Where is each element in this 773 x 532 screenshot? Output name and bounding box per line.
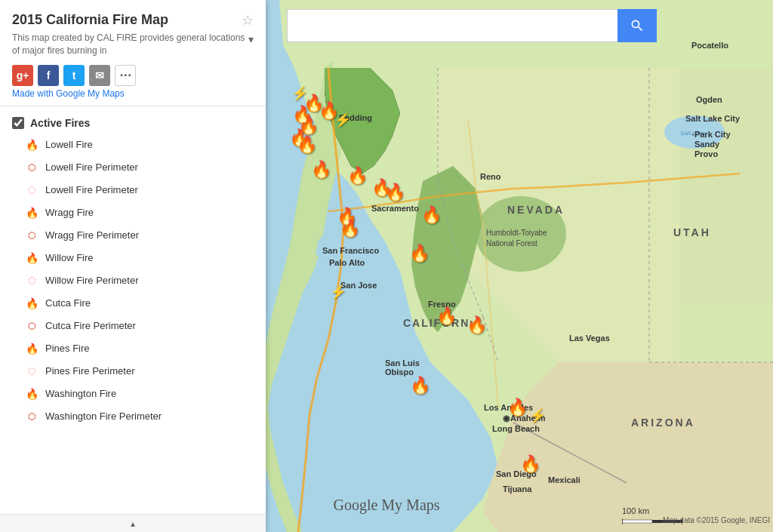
fire-name: Willow Fire (45, 252, 94, 263)
footer-chevron-up-icon[interactable]: ▴ (131, 518, 135, 529)
fire-icon-washington: 🔥 (24, 386, 39, 401)
scale-text: 100 km (622, 506, 649, 515)
list-item-willow-fire[interactable]: 🔥 Willow Fire (0, 247, 266, 269)
sidebar-header: 2015 California Fire Map ☆ This map crea… (0, 0, 266, 106)
chevron-down-icon[interactable]: ▾ (248, 33, 254, 45)
svg-point-10 (476, 196, 566, 272)
fire-name: Willow Fire Perimeter (45, 275, 139, 286)
map-fire-13[interactable]: 🔥 (340, 219, 360, 238)
sidebar-title-row: 2015 California Fire Map ☆ (12, 12, 254, 29)
perimeter-icon-pines: ⬡ (24, 364, 39, 379)
facebook-button[interactable]: f (38, 65, 59, 86)
map-fire-14[interactable]: 🔥 (409, 244, 430, 263)
sidebar-description: This map created by CAL FIRE provides ge… (12, 32, 245, 57)
perimeter-icon-cutca: ⬡ (24, 318, 39, 334)
fire-icon-wragg: 🔥 (24, 205, 39, 220)
map-fire-7[interactable]: 🔥 (311, 160, 331, 180)
search-bar[interactable] (287, 9, 657, 42)
fire-name: Wragg Fire Perimeter (45, 229, 139, 241)
fire-name: Wragg Fire (45, 207, 94, 218)
svg-text:Salt Lake: Salt Lake (680, 130, 706, 137)
map-fire-6[interactable]: 🔥 (297, 135, 317, 155)
social-row: g+ f t ✉ ⋯ (12, 65, 254, 86)
category-active-fires[interactable]: Active Fires (0, 112, 266, 134)
map-fire-19[interactable]: 🔥 (520, 454, 540, 474)
fire-name: Lowell Fire Perimeter (45, 184, 138, 195)
list-item-washington-perimeter[interactable]: ⬡ Washington Fire Perimeter (0, 405, 266, 428)
fire-name: Lowell Fire Perimeter (45, 161, 138, 173)
sidebar: 2015 California Fire Map ☆ This map crea… (0, 0, 266, 532)
twitter-button[interactable]: t (63, 65, 85, 86)
fire-name: Pines Fire Perimeter (45, 365, 134, 377)
list-item-wragg-fire[interactable]: 🔥 Wragg Fire (0, 201, 266, 224)
sidebar-desc-row: This map created by CAL FIRE provides ge… (12, 32, 254, 57)
list-item-willow-perimeter[interactable]: ⬡ Willow Fire Perimeter (0, 269, 266, 292)
fire-name: Cutca Fire Perimeter (45, 320, 136, 331)
list-item-lowell-fire[interactable]: 🔥 Lowell Fire (0, 134, 266, 156)
map-fire-17[interactable]: 🔥 (410, 376, 430, 395)
list-item-cutca-perimeter[interactable]: ⬡ Cutca Fire Perimeter (0, 315, 266, 337)
fire-icon-pines: 🔥 (24, 341, 39, 356)
active-fires-checkbox[interactable] (12, 117, 24, 129)
map-fire-11[interactable]: 🔥 (421, 205, 442, 225)
list-item-pines-fire[interactable]: 🔥 Pines Fire (0, 337, 266, 360)
fire-name: Cutca Fire (45, 297, 91, 309)
search-input[interactable] (287, 9, 617, 42)
category-label: Active Fires (30, 117, 90, 129)
fire-icon-lowell: 🔥 (24, 137, 39, 152)
map-fire-16[interactable]: 🔥 (467, 315, 487, 335)
list-item-lowell-perimeter-1[interactable]: ⬡ Lowell Fire Perimeter (0, 156, 266, 179)
svg-rect-22 (622, 520, 652, 523)
perimeter-icon-lowell-2: ⬡ (24, 183, 39, 198)
search-button[interactable] (617, 9, 657, 42)
map-fire-15[interactable]: 🔥 (436, 306, 457, 326)
perimeter-icon-washington: ⬡ (24, 409, 39, 424)
attribution: Map data ©2015 Google, INEGI (663, 516, 770, 524)
fire-icon-cutca: 🔥 (24, 296, 39, 311)
map-fire-10[interactable]: 🔥 (385, 183, 405, 202)
perimeter-icon-willow: ⬡ (24, 273, 39, 288)
map-perimeter-3[interactable]: ⚡ (330, 284, 346, 300)
made-with-link[interactable]: Made with Google My Maps (12, 88, 125, 99)
fire-name: Pines Fire (45, 343, 90, 354)
list-item-wragg-perimeter[interactable]: ⬡ Wragg Fire Perimeter (0, 224, 266, 247)
sidebar-title: 2015 California Fire Map (12, 12, 236, 28)
fire-name: Lowell Fire (45, 139, 93, 150)
list-item-lowell-perimeter-2[interactable]: ⬡ Lowell Fire Perimeter (0, 179, 266, 201)
share-button[interactable]: ⋯ (115, 65, 136, 86)
perimeter-icon-lowell-1: ⬡ (24, 160, 39, 175)
list-item-washington-fire[interactable]: 🔥 Washington Fire (0, 383, 266, 405)
map-fire-18[interactable]: 🔥 (507, 398, 528, 417)
list-item-cutca-fire[interactable]: 🔥 Cutca Fire (0, 292, 266, 315)
map-perimeter-4[interactable]: ⚡ (529, 407, 546, 424)
fire-name: Washington Fire (45, 388, 116, 399)
perimeter-icon-wragg: ⬡ (24, 228, 39, 243)
email-button[interactable]: ✉ (89, 65, 110, 86)
map-perimeter-2[interactable]: ⚡ (334, 112, 351, 128)
fire-icon-willow: 🔥 (24, 251, 39, 266)
fire-name: Washington Fire Perimeter (45, 411, 162, 422)
google-plus-button[interactable]: g+ (12, 65, 33, 86)
sidebar-footer[interactable]: ▴ (0, 514, 266, 532)
map-fire-8[interactable]: 🔥 (347, 166, 368, 186)
sidebar-content[interactable]: Active Fires 🔥 Lowell Fire ⬡ Lowell Fire… (0, 106, 266, 514)
list-item-pines-perimeter[interactable]: ⬡ Pines Fire Perimeter (0, 360, 266, 383)
sidebar-star-icon[interactable]: ☆ (242, 12, 254, 29)
